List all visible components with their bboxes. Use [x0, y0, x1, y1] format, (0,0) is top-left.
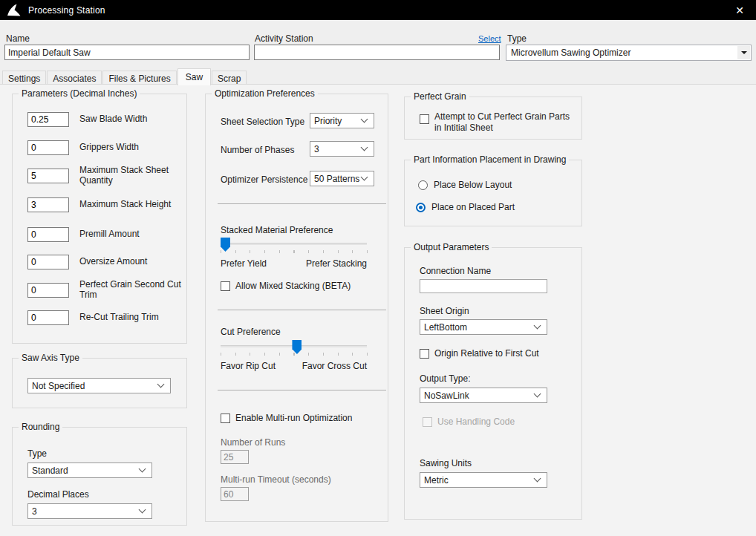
saw-axis-type-value: Not Specified	[28, 381, 158, 391]
saw-axis-type-group: Saw Axis Type Not Specified	[12, 358, 187, 408]
dropdown-button[interactable]	[737, 46, 750, 59]
output-type-dropdown[interactable]: NoSawLink	[420, 388, 547, 403]
perfect-grain-group: Perfect Grain Attempt to Cut Perfect Gra…	[404, 97, 582, 140]
activity-select-link[interactable]: Select	[478, 34, 501, 43]
allow-mixed-stacking-checkbox[interactable]: Allow Mixed Stacking (BETA)	[221, 281, 351, 292]
decimal-places-value: 3	[28, 506, 140, 517]
perfect-grain-second-cut-trim-input[interactable]	[27, 283, 69, 298]
favor-rip-cut-label: Favor Rip Cut	[221, 361, 276, 371]
divider	[218, 390, 386, 390]
perfect-grain-checkbox-label: Attempt to Cut Perfect Grain Parts in In…	[434, 111, 572, 134]
radio-icon[interactable]	[418, 180, 428, 190]
rounding-group-title: Rounding	[19, 422, 62, 432]
saw-blade-width-input[interactable]	[27, 112, 69, 127]
output-parameters-group: Output Parameters Connection Name Sheet …	[404, 247, 582, 520]
favor-cross-cut-label: Favor Cross Cut	[302, 361, 367, 371]
rounding-type-label: Type	[27, 448, 47, 459]
chevron-down-icon	[139, 465, 146, 473]
number-of-phases-value: 3	[310, 144, 362, 154]
title-bar: Processing Station ✕	[0, 0, 756, 20]
stacked-material-preference-label: Stacked Material Preference	[221, 225, 333, 235]
slider-ticks	[221, 250, 368, 253]
checkbox-icon[interactable]	[221, 414, 230, 423]
origin-relative-checkbox[interactable]: Origin Relative to First Cut	[420, 348, 539, 359]
stacked-material-slider[interactable]	[221, 243, 367, 245]
activity-station-input[interactable]	[254, 45, 500, 60]
chevron-down-icon	[534, 390, 541, 398]
enable-multirun-checkbox[interactable]: Enable Multi-run Optimization	[221, 413, 352, 424]
type-label: Type	[507, 33, 527, 44]
oversize-amount-input[interactable]	[27, 255, 69, 269]
param-row: Oversize Amount	[27, 255, 185, 269]
max-stack-height-input[interactable]	[27, 197, 69, 212]
sawing-units-dropdown[interactable]: Metric	[420, 472, 547, 488]
output-parameters-group-title: Output Parameters	[411, 242, 492, 252]
sheet-selection-type-dropdown[interactable]: Priority	[310, 113, 374, 128]
rounding-type-value: Standard	[28, 465, 140, 476]
number-of-phases-dropdown[interactable]: 3	[310, 141, 374, 157]
number-of-runs-label: Number of Runs	[221, 437, 285, 448]
decimal-places-label: Decimal Places	[27, 489, 89, 500]
slider-ticks	[221, 353, 368, 356]
chevron-down-icon	[361, 174, 368, 181]
optimizer-persistence-dropdown[interactable]: 50 Patterns	[310, 171, 374, 186]
chevron-down-icon	[534, 475, 541, 483]
perfect-grain-second-cut-trim-label: Perfect Grain Second Cut Trim	[79, 280, 185, 301]
saw-axis-type-dropdown[interactable]: Not Specified	[27, 378, 171, 393]
chevron-down-icon	[157, 381, 165, 388]
recut-trailing-trim-input[interactable]	[27, 310, 69, 325]
place-on-placed-part-radio[interactable]: Place on Placed Part	[416, 202, 515, 212]
checkbox-icon[interactable]	[221, 281, 230, 291]
sheet-selection-type-value: Priority	[310, 116, 362, 126]
checkbox-icon[interactable]	[420, 349, 429, 359]
param-row: Maximum Stack Height	[27, 197, 185, 212]
saw-blade-width-label: Saw Blade Width	[79, 114, 185, 125]
oversize-amount-label: Oversize Amount	[79, 257, 185, 267]
window-title: Processing Station	[28, 5, 105, 16]
prefer-stacking-label: Prefer Stacking	[306, 258, 367, 269]
radio-selected-icon[interactable]	[416, 203, 426, 212]
premill-amount-label: Premill Amount	[79, 229, 185, 240]
tab-settings[interactable]: Settings	[2, 71, 46, 85]
cut-preference-label: Cut Preference	[221, 327, 281, 337]
perfect-grain-group-title: Perfect Grain	[411, 91, 469, 102]
divider	[218, 310, 386, 310]
cut-preference-slider[interactable]	[221, 345, 367, 347]
divider	[218, 203, 386, 204]
premill-amount-input[interactable]	[27, 227, 69, 242]
output-type-value: NoSawLink	[420, 390, 535, 401]
rounding-type-dropdown[interactable]: Standard	[27, 463, 152, 478]
perfect-grain-checkbox[interactable]: Attempt to Cut Perfect Grain Parts in In…	[420, 111, 572, 134]
param-row: Premill Amount	[27, 227, 185, 242]
connection-name-input[interactable]	[420, 279, 547, 293]
chevron-down-icon	[139, 506, 146, 514]
use-handling-code-label: Use Handling Code	[437, 416, 515, 428]
param-row: Maximum Stack Sheet Quantity	[27, 166, 185, 186]
grippers-width-label: Grippers Width	[79, 143, 185, 153]
decimal-places-dropdown[interactable]: 3	[27, 503, 152, 519]
prefer-yield-label: Prefer Yield	[221, 258, 267, 269]
checkbox-icon[interactable]	[420, 114, 429, 124]
tab-associates[interactable]: Associates	[47, 71, 102, 85]
number-of-phases-label: Number of Phases	[221, 145, 294, 155]
output-type-label: Output Type:	[420, 373, 471, 384]
max-stack-sheet-qty-input[interactable]	[27, 169, 69, 183]
chevron-down-icon	[361, 116, 368, 123]
sheet-origin-dropdown[interactable]: LeftBottom	[420, 319, 547, 335]
saw-axis-type-group-title: Saw Axis Type	[19, 353, 82, 363]
placement-group: Part Information Placement in Drawing Pl…	[404, 160, 582, 226]
place-below-layout-radio[interactable]: Place Below Layout	[418, 180, 512, 190]
close-icon[interactable]: ✕	[729, 0, 750, 20]
activity-station-label: Activity Station	[255, 33, 313, 44]
sheet-origin-value: LeftBottom	[420, 322, 535, 333]
placement-group-title: Part Information Placement in Drawing	[411, 154, 569, 165]
name-input[interactable]	[4, 45, 250, 60]
connection-name-label: Connection Name	[420, 266, 491, 276]
recut-trailing-trim-label: Re-Cut Trailing Trim	[79, 313, 185, 323]
sheet-selection-type-label: Sheet Selection Type	[221, 117, 304, 127]
tab-saw[interactable]: Saw	[177, 68, 211, 85]
tab-scrap[interactable]: Scrap	[212, 71, 247, 85]
tab-files-pictures[interactable]: Files & Pictures	[102, 71, 176, 85]
grippers-width-input[interactable]	[27, 140, 69, 155]
type-dropdown[interactable]: Microvellum Sawing Optimizer	[506, 45, 752, 61]
